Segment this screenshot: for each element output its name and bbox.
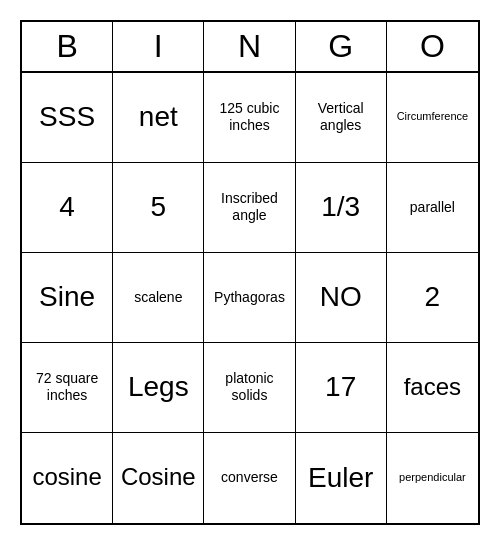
cell-r3-c2: platonic solids [204,343,295,433]
cell-r0-c1: net [113,73,204,163]
cell-r0-c2: 125 cubic inches [204,73,295,163]
header-letter: N [204,22,295,71]
cell-r2-c2: Pythagoras [204,253,295,343]
bingo-card: BINGO SSSnet125 cubic inchesVertical ang… [20,20,480,525]
cell-r0-c0: SSS [22,73,113,163]
cell-r2-c3: NO [296,253,387,343]
cell-r4-c2: converse [204,433,295,523]
cell-r3-c3: 17 [296,343,387,433]
cell-r4-c1: Cosine [113,433,204,523]
cell-r3-c1: Legs [113,343,204,433]
cell-r1-c1: 5 [113,163,204,253]
cell-r3-c0: 72 square inches [22,343,113,433]
cell-r1-c0: 4 [22,163,113,253]
cell-r1-c3: 1/3 [296,163,387,253]
bingo-header: BINGO [22,22,478,73]
header-letter: I [113,22,204,71]
header-letter: G [296,22,387,71]
cell-r2-c1: scalene [113,253,204,343]
cell-r3-c4: faces [387,343,478,433]
cell-r4-c3: Euler [296,433,387,523]
cell-r2-c4: 2 [387,253,478,343]
header-letter: B [22,22,113,71]
cell-r4-c4: perpendicular [387,433,478,523]
cell-r4-c0: cosine [22,433,113,523]
header-letter: O [387,22,478,71]
cell-r2-c0: Sine [22,253,113,343]
cell-r0-c3: Vertical angles [296,73,387,163]
cell-r1-c4: parallel [387,163,478,253]
bingo-grid: SSSnet125 cubic inchesVertical anglesCir… [22,73,478,523]
cell-r1-c2: Inscribed angle [204,163,295,253]
cell-r0-c4: Circumference [387,73,478,163]
